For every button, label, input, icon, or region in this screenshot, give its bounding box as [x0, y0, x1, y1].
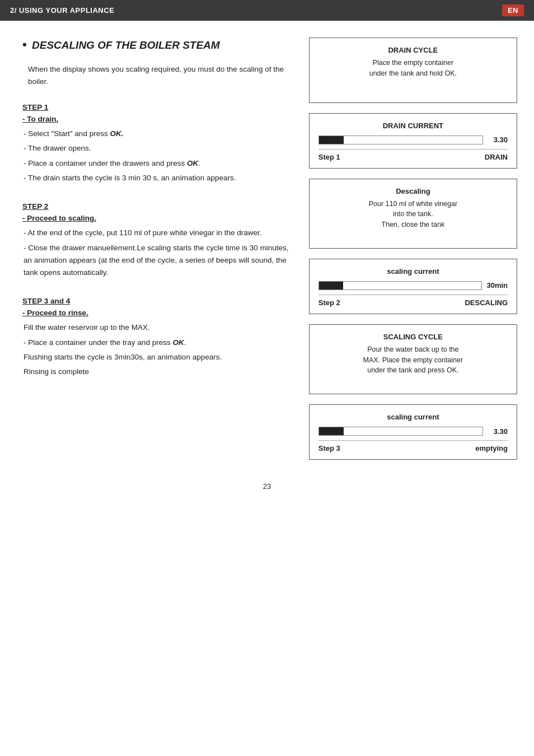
scaling-cycle-body: Pour the water back up to theMAX. Place … [318, 344, 508, 376]
drain-current-body: 3.30 Step 1 DRAIN [318, 136, 508, 161]
section-title: • DESCALING OF THE BOILER STEAM [22, 38, 292, 52]
scaling-current2-box: scaling current 3.30 Step 3 emptying [309, 404, 517, 460]
scaling-progress-value: 30min [486, 281, 508, 290]
drain-progress-value: 3.30 [488, 136, 508, 144]
step-34-heading: STEP 3 and 4 [22, 297, 292, 305]
page-number: 23 [0, 482, 534, 502]
step-2-text: - At the end of the cycle, put 110 ml of… [22, 227, 292, 279]
descaling-info-body: Pour 110 ml of white vinegarinto the tan… [318, 199, 508, 230]
header-bar: 2/ USING YOUR APPLIANCE EN [0, 0, 534, 21]
intro-text: When the display shows you scaling requi… [22, 63, 292, 87]
descaling-info-box: Descaling Pour 110 ml of white vinegarin… [309, 179, 517, 249]
step-2-block: STEP 2 - Proceed to scaling. - At the en… [22, 202, 292, 279]
scaling-bottom-row: Step 2 DESCALING [318, 295, 508, 307]
right-column: DRAIN CYCLE Place the empty containerund… [309, 38, 517, 460]
scaling-cycle-box: SCALING CYCLE Pour the water back up to … [309, 324, 517, 394]
scaling-progress-row: 30min [318, 281, 508, 290]
scaling2-progress-bar [318, 427, 483, 436]
step-1-subheading: - To drain. [22, 115, 292, 123]
drain-progress-row: 3.30 [318, 136, 508, 144]
step-1-heading: STEP 1 [22, 103, 292, 111]
step-34-block: STEP 3 and 4 - Proceed to rinse. Fill th… [22, 297, 292, 378]
step-1-text: - Select "Start" and press OK. - The dra… [22, 128, 292, 184]
step-2-heading: STEP 2 [22, 202, 292, 211]
main-content: • DESCALING OF THE BOILER STEAM When the… [0, 21, 534, 477]
header-title: 2/ USING YOUR APPLIANCE [10, 6, 114, 15]
drain-step-label: Step 1 [318, 153, 340, 161]
scaling-current-body: 30min Step 2 DESCALING [318, 281, 508, 307]
bullet-icon: • [22, 38, 27, 52]
scaling-step-label: Step 2 [318, 298, 340, 307]
step-2-subheading: - Proceed to scaling. [22, 214, 292, 222]
scaling-current-title: scaling current [318, 267, 508, 276]
scaling2-progress-fill [319, 427, 344, 435]
drain-progress-bar [318, 136, 483, 144]
scaling-progress-bar [318, 281, 483, 290]
drain-bottom-row: Step 1 DRAIN [318, 149, 508, 161]
scaling-current2-title: scaling current [318, 413, 508, 421]
drain-cycle-title: DRAIN CYCLE [318, 46, 508, 54]
descaling-info-title: Descaling [318, 187, 508, 195]
scaling-action-label: DESCALING [465, 298, 508, 307]
lang-badge: EN [502, 4, 524, 16]
drain-action-label: DRAIN [485, 153, 508, 161]
scaling2-step-label: Step 3 [318, 444, 340, 452]
scaling2-bottom-row: Step 3 emptying [318, 440, 508, 452]
scaling2-action-label: emptying [475, 444, 508, 452]
scaling-current-box: scaling current 30min Step 2 DESCALING [309, 259, 517, 314]
drain-cycle-body: Place the empty containerunder the tank … [318, 58, 508, 79]
drain-current-box: DRAIN CURRENT 3.30 Step 1 DRAIN [309, 113, 517, 169]
drain-current-title: DRAIN CURRENT [318, 122, 508, 130]
step-34-subheading: - Proceed to rinse. [22, 309, 292, 317]
step-1-block: STEP 1 - To drain. - Select "Start" and … [22, 103, 292, 184]
scaling-progress-fill [319, 282, 344, 290]
drain-progress-fill [319, 136, 344, 144]
scaling2-progress-row: 3.30 [318, 427, 508, 436]
scaling-cycle-title: SCALING CYCLE [318, 333, 508, 341]
left-column: • DESCALING OF THE BOILER STEAM When the… [22, 38, 292, 460]
scaling-current2-body: 3.30 Step 3 emptying [318, 427, 508, 452]
step-34-text: Fill the water reservoir up to the MAX. … [22, 321, 292, 378]
drain-cycle-box: DRAIN CYCLE Place the empty containerund… [309, 38, 517, 103]
scaling2-progress-value: 3.30 [488, 427, 508, 436]
